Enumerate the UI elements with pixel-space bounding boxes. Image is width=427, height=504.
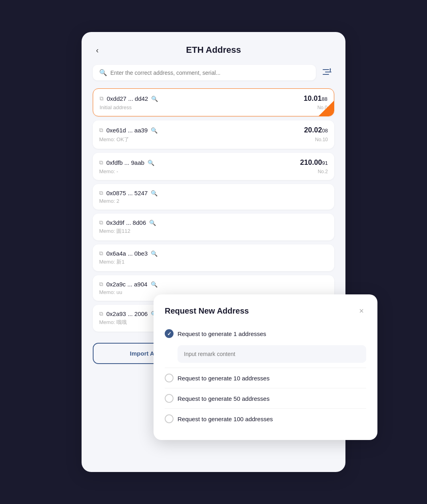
radio-option-opt100[interactable]: Request to generate 100 addresses	[165, 410, 366, 427]
copy-icon[interactable]: ⧉	[99, 281, 103, 288]
search-address-icon[interactable]: 🔍	[149, 220, 156, 226]
radio-unchecked-icon	[165, 374, 174, 382]
address-text: 0x6a4a ... 0be3	[106, 250, 148, 257]
divider	[165, 388, 366, 388]
amount-main: 210.0091	[300, 158, 328, 166]
copy-icon[interactable]: ⧉	[99, 159, 103, 166]
address-text: 0xfdfb ... 9aab	[106, 159, 144, 166]
address-text: 0x0875 ... 5247	[106, 190, 148, 196]
memo-text: Memo: -	[99, 168, 118, 174]
search-address-icon[interactable]: 🔍	[151, 190, 158, 196]
radio-option[interactable]: Request to generate 10 addresses	[165, 370, 366, 386]
copy-icon[interactable]: ⧉	[99, 250, 103, 257]
modal-close-button[interactable]: ×	[357, 306, 366, 316]
divider	[165, 408, 366, 409]
address-text: 0x2a9c ... a904	[106, 281, 148, 288]
active-corner-indicator	[319, 101, 334, 116]
copy-icon[interactable]: ⧉	[100, 95, 104, 102]
address-item[interactable]: ⧉ 0xdd27 ... dd42 🔍 10.0188 Initial addr…	[93, 88, 334, 116]
memo-text: Memo: 新1	[99, 258, 125, 266]
amount-main: 20.0208	[304, 126, 328, 134]
radio-label: Request to generate 1 addresses	[178, 330, 266, 337]
memo-text: Memo: 圆112	[99, 228, 130, 235]
amount-decimal: 91	[322, 160, 328, 166]
main-card: ‹ ETH Address 🔍 ⧉ 0xdd27 ... dd42 🔍 10.0…	[82, 32, 345, 472]
number-badge: No.2	[318, 169, 328, 174]
radio-option-opt50[interactable]: Request to generate 50 addresses	[165, 390, 366, 409]
remark-input[interactable]	[178, 345, 366, 363]
address-item[interactable]: ⧉ 0x6a4a ... 0be3 🔍 Memo: 新1	[93, 244, 334, 271]
address-text: 0x2a93 ... 2006	[106, 310, 148, 317]
search-input[interactable]	[110, 70, 309, 76]
address-item[interactable]: ⧉ 0x3d9f ... 8d06 🔍 Memo: 圆112	[93, 214, 334, 240]
number-badge: No.10	[315, 137, 328, 142]
radio-option-opt10[interactable]: Request to generate 10 addresses	[165, 370, 366, 388]
copy-icon[interactable]: ⧉	[99, 127, 103, 134]
copy-icon[interactable]: ⧉	[99, 190, 103, 196]
radio-unchecked-icon	[165, 394, 174, 403]
filter-button[interactable]	[320, 66, 334, 80]
address-item[interactable]: ⧉ 0xe61d ... aa39 🔍 20.0208 Memo: OK了 No…	[93, 120, 334, 149]
radio-option[interactable]: Request to generate 50 addresses	[165, 390, 366, 407]
address-item[interactable]: ⧉ 0xfdfb ... 9aab 🔍 210.0091 Memo: - No.…	[93, 153, 334, 180]
amount-decimal: 08	[322, 128, 328, 134]
filter-icon	[322, 68, 332, 76]
modal-title: Request New Address	[165, 306, 249, 316]
radio-label: Request to generate 10 addresses	[178, 375, 269, 382]
radio-option-opt1[interactable]: ✓ Request to generate 1 addresses	[165, 325, 366, 368]
radio-option[interactable]: Request to generate 100 addresses	[165, 410, 366, 427]
memo-text: Memo: OK了	[99, 136, 129, 143]
address-text: 0xe61d ... aa39	[106, 127, 148, 134]
page-title: ETH Address	[186, 45, 241, 55]
modal-request-new-address: Request New Address × ✓ Request to gener…	[154, 294, 377, 440]
header: ‹ ETH Address	[93, 45, 334, 55]
address-text: 0x3d9f ... 8d06	[106, 219, 146, 226]
search-address-icon[interactable]: 🔍	[151, 250, 158, 257]
radio-option[interactable]: ✓ Request to generate 1 addresses	[165, 325, 366, 342]
radio-unchecked-icon	[165, 414, 174, 423]
search-box: 🔍	[93, 65, 316, 80]
copy-icon[interactable]: ⧉	[99, 310, 103, 317]
modal-options: ✓ Request to generate 1 addresses Reques…	[165, 325, 366, 427]
search-address-icon[interactable]: 🔍	[151, 96, 158, 102]
search-row: 🔍	[93, 65, 334, 80]
memo-text: Memo: 哦哦	[99, 319, 127, 326]
search-icon: 🔍	[99, 69, 107, 76]
svg-marker-4	[329, 68, 331, 70]
radio-label: Request to generate 50 addresses	[178, 395, 269, 402]
search-address-icon[interactable]: 🔍	[151, 281, 158, 288]
address-text: 0xdd27 ... dd42	[107, 95, 148, 102]
memo-text: Memo: 2	[99, 198, 120, 204]
divider	[165, 368, 366, 368]
search-address-icon[interactable]: 🔍	[151, 127, 158, 134]
radio-checked-icon: ✓	[165, 329, 174, 338]
search-address-icon[interactable]: 🔍	[148, 160, 154, 166]
memo-text: Initial address	[100, 104, 132, 110]
address-item[interactable]: ⧉ 0x0875 ... 5247 🔍 Memo: 2	[93, 184, 334, 210]
memo-text: Memo: uu	[99, 289, 122, 295]
back-button[interactable]: ‹	[93, 44, 102, 56]
modal-header: Request New Address ×	[165, 306, 366, 316]
radio-label: Request to generate 100 addresses	[178, 416, 273, 422]
copy-icon[interactable]: ⧉	[99, 219, 103, 226]
